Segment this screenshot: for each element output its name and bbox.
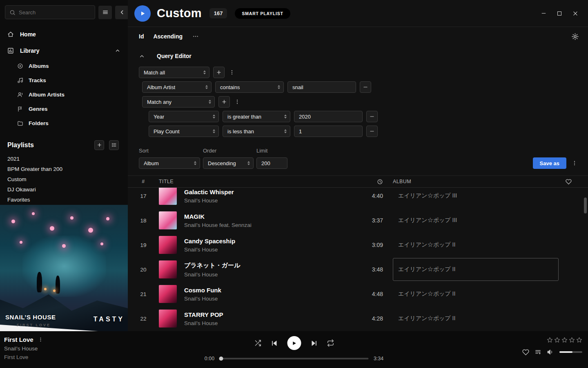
track-title[interactable]: Cosmo Funk <box>184 287 354 294</box>
rule-operator-select[interactable]: is less than <box>223 126 290 137</box>
track-artist-link[interactable]: Snail’s House <box>184 197 354 204</box>
rule-field-select[interactable]: Year <box>149 111 219 122</box>
sidebar-item-tracks[interactable]: Tracks <box>0 73 128 88</box>
playlist-item[interactable]: BPM Greater than 200 <box>0 164 128 174</box>
table-row[interactable]: 18 MAGIK Snail’s House feat. Sennzai 3:3… <box>128 208 588 233</box>
add-group-rule-button[interactable] <box>218 96 230 108</box>
sort-select[interactable]: Album <box>139 157 200 169</box>
table-row[interactable]: 20 プラネット・ガール Snail’s House 3:48 エイリアン☆ポッ… <box>128 257 588 282</box>
search-box[interactable] <box>5 5 95 19</box>
star-icon[interactable] <box>561 337 568 343</box>
column-header-index[interactable]: # <box>128 179 159 184</box>
sidebar-item-albums[interactable]: Albums <box>0 59 128 73</box>
chevron-up-icon[interactable] <box>115 48 120 54</box>
remove-rule-button[interactable] <box>366 111 378 122</box>
now-playing-album[interactable]: First Love <box>4 354 43 360</box>
star-icon[interactable] <box>576 337 582 343</box>
more-options-icon[interactable] <box>192 33 199 40</box>
track-artist-link[interactable]: Snail’s House <box>184 247 354 253</box>
album-link[interactable]: エイリアン☆ポップ II <box>398 241 455 249</box>
seek-handle[interactable] <box>219 357 223 361</box>
rule-operator-select[interactable]: contains <box>215 81 284 93</box>
table-row[interactable]: 22 STARRY POP Snail’s House 4:28 エイリアン☆ポ… <box>128 306 588 331</box>
track-title[interactable]: プラネット・ガール <box>184 262 354 269</box>
maximize-button[interactable] <box>557 11 561 16</box>
limit-input[interactable] <box>256 157 287 169</box>
save-as-button[interactable]: Save as <box>533 157 566 169</box>
sidebar-item-album-artists[interactable]: Album Artists <box>0 88 128 102</box>
rule-operator-select[interactable]: is greater than <box>223 111 290 122</box>
column-header-album[interactable]: ALBUM <box>383 179 559 184</box>
playlist-item[interactable]: DJ Okawari <box>0 184 128 195</box>
queue-button[interactable] <box>535 349 541 356</box>
add-playlist-button[interactable] <box>94 140 104 150</box>
column-header-duration[interactable] <box>354 179 383 185</box>
sidebar-item-home[interactable]: Home <box>0 26 128 43</box>
playlist-item[interactable]: Custom <box>0 174 128 184</box>
rule-value-input[interactable] <box>287 81 356 93</box>
album-link[interactable]: エイリアン☆ポップ III <box>398 217 457 224</box>
shuffle-button[interactable] <box>254 339 261 347</box>
table-row[interactable]: 19 Candy Spaceship Snail’s House 3:09 エイ… <box>128 233 588 257</box>
track-artist-link[interactable]: Snail’s House <box>184 272 354 278</box>
volume-slider[interactable] <box>559 351 582 353</box>
sidebar-item-folders[interactable]: Folders <box>0 116 128 130</box>
track-artist-link[interactable]: Snail’s House <box>184 296 354 302</box>
focused-album-cell[interactable]: エイリアン☆ポップ II <box>393 258 559 281</box>
next-button[interactable] <box>310 340 317 347</box>
nav-back-button[interactable] <box>115 6 129 19</box>
track-title[interactable]: STARRY POP <box>184 311 354 318</box>
favorite-button[interactable] <box>522 349 529 356</box>
group-match-type-select[interactable]: Match any <box>142 96 215 108</box>
playlist-item[interactable]: 2021 <box>0 154 128 164</box>
search-input[interactable] <box>19 9 91 16</box>
track-options-icon[interactable] <box>38 337 43 343</box>
rule-value-input[interactable] <box>294 126 363 137</box>
group-options-icon[interactable] <box>234 96 241 108</box>
track-artist-link[interactable]: Snail’s House feat. Sennzai <box>184 222 354 228</box>
previous-button[interactable] <box>271 340 278 347</box>
sort-field-button[interactable]: Id <box>139 33 144 40</box>
track-title[interactable]: Galactic Whisper <box>184 188 354 195</box>
collapse-query-editor-button[interactable] <box>139 53 145 59</box>
seek-bar[interactable] <box>219 358 369 359</box>
track-title[interactable]: Candy Spaceship <box>184 238 354 245</box>
rule-options-icon[interactable] <box>228 67 236 78</box>
rule-value-input[interactable] <box>294 111 363 122</box>
album-link[interactable]: エイリアン☆ポップ II <box>398 266 455 273</box>
album-link[interactable]: エイリアン☆ポップ II <box>398 315 455 322</box>
sidebar-item-library[interactable]: Library <box>0 43 128 59</box>
playlist-item[interactable]: Favorites <box>0 195 128 205</box>
play-playlist-button[interactable] <box>134 5 151 22</box>
remove-rule-button[interactable] <box>366 126 378 137</box>
playlist-list-button[interactable] <box>109 140 119 150</box>
menu-button[interactable] <box>98 6 112 19</box>
now-playing-title[interactable]: First Love <box>4 336 33 343</box>
minimize-button[interactable] <box>541 11 546 16</box>
sort-direction-button[interactable]: Ascending <box>153 33 183 40</box>
play-pause-button[interactable] <box>287 336 301 350</box>
save-options-icon[interactable] <box>571 157 578 169</box>
column-header-title[interactable]: TITLE <box>159 179 354 184</box>
rule-field-select[interactable]: Play Count <box>149 126 219 137</box>
star-icon[interactable] <box>547 337 553 343</box>
now-playing-artist[interactable]: Snail’s House <box>4 346 43 352</box>
star-icon[interactable] <box>554 337 560 343</box>
track-title[interactable]: MAGIK <box>184 213 354 220</box>
settings-gear-icon[interactable] <box>571 33 579 40</box>
remove-rule-button[interactable] <box>360 81 371 93</box>
close-button[interactable] <box>572 11 578 16</box>
repeat-button[interactable] <box>327 339 334 347</box>
volume-button[interactable] <box>547 348 554 356</box>
album-link[interactable]: エイリアン☆ポップ III <box>398 192 457 200</box>
add-rule-button[interactable] <box>213 67 225 78</box>
album-link[interactable]: エイリアン☆ポップ II <box>398 290 455 298</box>
star-icon[interactable] <box>569 337 575 343</box>
track-artist-link[interactable]: Snail’s House <box>184 320 354 326</box>
sidebar-item-genres[interactable]: Genres <box>0 102 128 116</box>
order-select[interactable]: Descending <box>203 157 254 169</box>
rule-field-select[interactable]: Album Artist <box>142 81 212 93</box>
column-header-favorite[interactable] <box>559 179 578 185</box>
match-type-select[interactable]: Match all <box>139 67 209 78</box>
table-row[interactable]: 21 Cosmo Funk Snail’s House 4:48 エイリアン☆ポ… <box>128 282 588 306</box>
